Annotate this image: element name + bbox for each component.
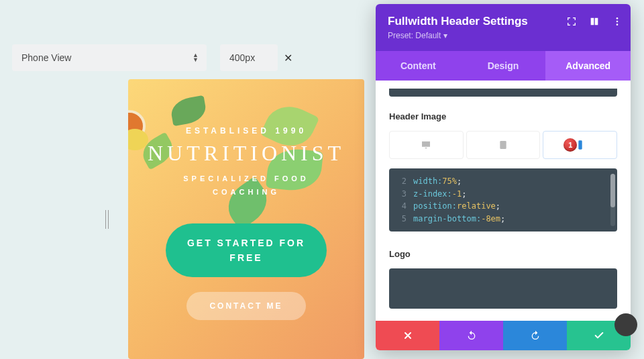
width-value: 400px (229, 52, 255, 63)
device-phone-tab[interactable]: 1 (543, 131, 617, 159)
undo-button[interactable] (439, 321, 503, 350)
resize-handle-left[interactable] (104, 186, 112, 253)
established-text: ESTABLISED 1990 (144, 126, 348, 136)
tab-advanced[interactable]: Advanced (545, 51, 631, 81)
panel-header[interactable]: Fullwidth Header Settings Preset: Defaul… (376, 4, 631, 51)
panel-footer (376, 321, 631, 350)
phone-preview: ESTABLISED 1990 NUTRITIONIST SPECIALIZED… (128, 79, 364, 359)
clear-width-button[interactable]: ✕ (278, 44, 298, 71)
tab-content[interactable]: Content (376, 51, 461, 81)
expand-icon (621, 320, 631, 329)
columns-icon[interactable] (589, 16, 600, 27)
svg-point-0 (616, 17, 619, 19)
preview-toolbar: Phone View ▲▼ 400px ✕ (12, 44, 298, 71)
subtitle: SPECIALIZED FOOD COACHING (144, 172, 348, 199)
check-icon (594, 330, 604, 341)
focus-icon[interactable] (566, 16, 577, 27)
redo-icon (530, 330, 541, 341)
get-started-button[interactable]: GET STARTED FOR FREE (166, 223, 327, 278)
redo-button[interactable] (503, 321, 567, 350)
tab-design[interactable]: Design (461, 51, 546, 81)
close-icon (402, 330, 413, 341)
panel-body: Header Image 1 2width:75%; 3z-index:-1; … (376, 81, 631, 321)
phone-content: ESTABLISED 1990 NUTRITIONIST SPECIALIZED… (128, 126, 364, 320)
collapsed-code-block[interactable] (389, 89, 617, 97)
svg-point-1 (616, 21, 619, 23)
brand-title: NUTRITIONIST (144, 141, 348, 166)
view-select-value: Phone View (21, 52, 71, 63)
preset-dropdown[interactable]: Preset: Default ▾ (388, 31, 619, 40)
css-code-editor[interactable]: 2width:75%; 3z-index:-1; 4position:relat… (389, 168, 617, 232)
device-tabs: 1 (389, 131, 617, 159)
cancel-button[interactable] (376, 321, 439, 350)
logo-code-editor[interactable] (389, 268, 617, 309)
undo-icon (466, 330, 477, 341)
contact-me-button[interactable]: CONTACT ME (186, 292, 306, 320)
section-header-image-label: Header Image (389, 111, 617, 121)
width-input[interactable]: 400px (220, 44, 278, 71)
svg-rect-3 (500, 141, 506, 149)
panel-tabs: Content Design Advanced (376, 51, 631, 81)
device-desktop-tab[interactable] (389, 131, 464, 159)
select-chevrons-icon: ▲▼ (193, 53, 199, 62)
width-group: 400px ✕ (220, 44, 298, 71)
preview-wrap: ESTABLISED 1990 NUTRITIONIST SPECIALIZED… (104, 79, 364, 359)
svg-rect-4 (578, 140, 582, 149)
svg-point-2 (616, 23, 619, 25)
expand-panel-button[interactable] (614, 313, 637, 336)
view-select[interactable]: Phone View ▲▼ (12, 44, 207, 71)
device-tablet-tab[interactable] (466, 131, 541, 159)
more-icon[interactable] (612, 16, 623, 27)
tablet-icon (498, 140, 508, 150)
desktop-icon (421, 140, 431, 150)
settings-panel: Fullwidth Header Settings Preset: Defaul… (376, 4, 631, 350)
panel-header-actions (566, 16, 623, 27)
section-logo-label: Logo (389, 249, 617, 259)
code-scrollbar[interactable] (610, 174, 615, 226)
